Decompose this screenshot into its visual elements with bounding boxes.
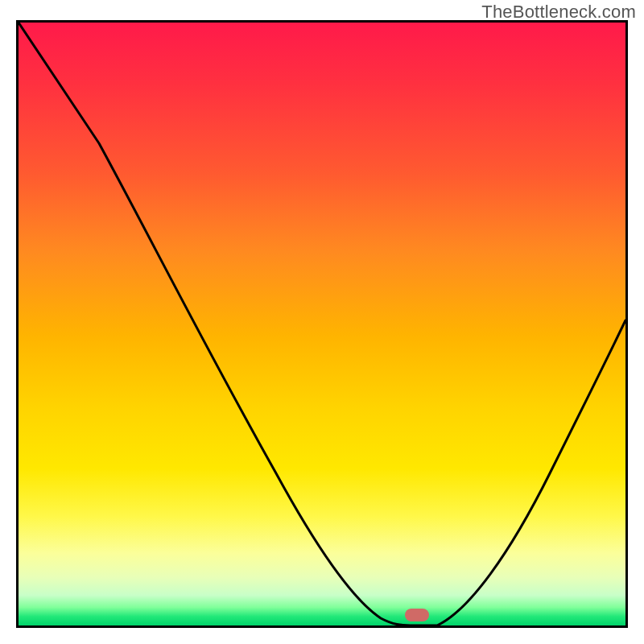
plot-area xyxy=(16,20,628,628)
valley-marker xyxy=(405,609,429,621)
bottleneck-curve xyxy=(19,23,625,625)
curve-path xyxy=(19,23,625,625)
chart-stage: TheBottleneck.com xyxy=(0,0,644,644)
